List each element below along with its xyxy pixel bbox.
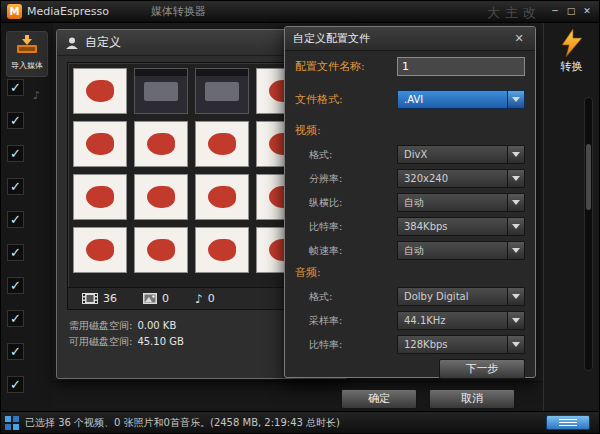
chevron-down-icon — [507, 146, 524, 163]
zoom-slider[interactable] — [584, 97, 593, 371]
video-count: 36 — [103, 292, 117, 305]
music-note-icon: ♪ — [195, 292, 203, 306]
resolution-dropdown[interactable]: 320x240 — [397, 169, 525, 188]
cancel-button[interactable]: 取消 — [429, 389, 515, 409]
aspect-ratio-dropdown[interactable]: 自动 — [397, 193, 525, 212]
media-checkbox-column: ✓ ✓ ✓ ✓ ✓ ✓ ✓ ✓ ✓ ✓ — [7, 79, 24, 409]
selection-status-text: 已选择 36 个视频、0 张照片和0首音乐。(2458 MB, 2:19:43 … — [25, 416, 340, 430]
chevron-down-icon — [507, 91, 524, 108]
media-checkbox[interactable]: ✓ — [7, 211, 24, 228]
sample-rate-dropdown[interactable]: 44.1KHz — [397, 311, 525, 330]
media-checkbox[interactable]: ✓ — [7, 310, 24, 327]
aspect-ratio-label: 纵横比: — [295, 196, 397, 210]
video-format-dropdown[interactable]: DivX — [397, 145, 525, 164]
video-thumbnail[interactable] — [73, 227, 127, 273]
profile-dialog: 自定义配置文件 ✕ 配置文件名称: 文件格式: .AVI 视频: 格式: Div… — [284, 26, 536, 378]
import-media-label: 导入媒体 — [7, 60, 47, 71]
convert-panel: 转换 — [543, 23, 599, 411]
title-bar: M MediaEspresso 媒体转换器 大主改 ─ □ ✕ — [1, 1, 599, 23]
sample-rate-label: 采样率: — [295, 314, 397, 328]
file-format-label: 文件格式: — [295, 92, 397, 107]
disk-required-value: 0.00 KB — [137, 320, 176, 331]
video-thumbnail[interactable] — [134, 227, 188, 273]
list-view-button[interactable] — [546, 415, 590, 430]
video-thumbnail[interactable] — [195, 121, 249, 167]
chevron-down-icon — [507, 194, 524, 211]
video-section-label: 视频: — [295, 123, 525, 139]
chevron-down-icon — [507, 218, 524, 235]
audio-bitrate-dropdown[interactable]: 128Kbps — [397, 335, 525, 354]
photo-icon — [143, 293, 157, 304]
disk-space-info: 需用磁盘空间:0.00 KB 可用磁盘空间:45.10 GB — [69, 318, 184, 350]
chevron-down-icon — [507, 288, 524, 305]
watermark-text: 大主改 — [487, 4, 541, 22]
chevron-down-icon — [507, 336, 524, 353]
video-thumbnail[interactable] — [73, 174, 127, 220]
disk-available-label: 可用磁盘空间: — [69, 336, 132, 347]
profile-dialog-header: 自定义配置文件 ✕ — [285, 27, 535, 51]
left-toolbar: 导入媒体 ♪ ✓ ✓ ✓ ✓ ✓ ✓ ✓ ✓ ✓ ✓ — [1, 23, 53, 411]
music-count: 0 — [208, 292, 215, 305]
video-thumbnail[interactable] — [134, 174, 188, 220]
convert-label[interactable]: 转换 — [544, 59, 599, 74]
chevron-down-icon — [507, 242, 524, 259]
media-checkbox[interactable]: ✓ — [7, 343, 24, 360]
audio-bitrate-label: 比特率: — [295, 338, 397, 352]
video-thumbnail[interactable] — [73, 68, 127, 114]
import-media-button[interactable]: 导入媒体 — [6, 31, 48, 77]
import-media-icon — [14, 35, 40, 55]
user-profile-icon — [65, 36, 79, 50]
library-icon — [5, 416, 19, 430]
custom-dialog-title: 自定义 — [85, 34, 121, 51]
close-button[interactable]: ✕ — [579, 4, 595, 18]
ok-button[interactable]: 确定 — [341, 389, 417, 409]
audio-format-label: 格式: — [295, 290, 397, 304]
maximize-button[interactable]: □ — [563, 4, 579, 18]
app-name: MediaEspresso — [27, 5, 109, 18]
media-checkbox[interactable]: ✓ — [7, 178, 24, 195]
photo-count: 0 — [162, 292, 169, 305]
minimize-button[interactable]: ─ — [547, 4, 563, 18]
profile-dialog-title: 自定义配置文件 — [293, 31, 511, 46]
audio-section-label: 音频: — [295, 265, 525, 281]
file-format-dropdown[interactable]: .AVI — [397, 90, 525, 109]
photo-count-group: 0 — [143, 292, 169, 305]
media-checkbox[interactable]: ✓ — [7, 376, 24, 393]
video-thumbnail[interactable] — [134, 68, 188, 114]
profile-name-label: 配置文件名称: — [295, 59, 397, 74]
video-thumbnail[interactable] — [195, 68, 249, 114]
app-window: M MediaEspresso 媒体转换器 大主改 ─ □ ✕ 导入媒体 ♪ ✓… — [0, 0, 600, 434]
music-count-group: ♪ 0 — [195, 292, 215, 306]
framerate-dropdown[interactable]: 自动 — [397, 241, 525, 260]
framerate-label: 帧速率: — [295, 244, 397, 258]
disk-available-value: 45.10 GB — [137, 336, 183, 347]
video-bitrate-label: 比特率: — [295, 220, 397, 234]
chevron-down-icon — [507, 312, 524, 329]
film-icon — [82, 293, 98, 304]
resolution-label: 分辨率: — [295, 172, 397, 186]
video-thumbnail[interactable] — [195, 174, 249, 220]
media-checkbox[interactable]: ✓ — [7, 277, 24, 294]
video-thumbnail[interactable] — [195, 227, 249, 273]
video-bitrate-dropdown[interactable]: 384Kbps — [397, 217, 525, 236]
profile-name-input[interactable] — [397, 57, 525, 76]
status-bar: 已选择 36 个视频、0 张照片和0首音乐。(2458 MB, 2:19:43 … — [1, 411, 599, 433]
media-checkbox[interactable]: ✓ — [7, 244, 24, 261]
music-note-icon: ♪ — [33, 89, 40, 102]
dialog-close-icon[interactable]: ✕ — [511, 32, 527, 45]
video-thumbnail[interactable] — [73, 121, 127, 167]
media-checkbox[interactable]: ✓ — [7, 79, 24, 96]
disk-required-label: 需用磁盘空间: — [69, 320, 132, 331]
thumbnail-grid — [73, 68, 316, 282]
lightning-icon — [559, 29, 585, 61]
media-checkbox[interactable]: ✓ — [7, 112, 24, 129]
audio-format-dropdown[interactable]: Dolby Digital — [397, 287, 525, 306]
media-checkbox[interactable]: ✓ — [7, 145, 24, 162]
chevron-down-icon — [507, 170, 524, 187]
video-thumbnail[interactable] — [134, 121, 188, 167]
window-title: 媒体转换器 — [151, 4, 206, 19]
slider-handle[interactable] — [586, 144, 591, 210]
app-logo-icon: M — [7, 4, 22, 19]
video-format-label: 格式: — [295, 148, 397, 162]
next-button[interactable]: 下一步 — [439, 359, 525, 379]
